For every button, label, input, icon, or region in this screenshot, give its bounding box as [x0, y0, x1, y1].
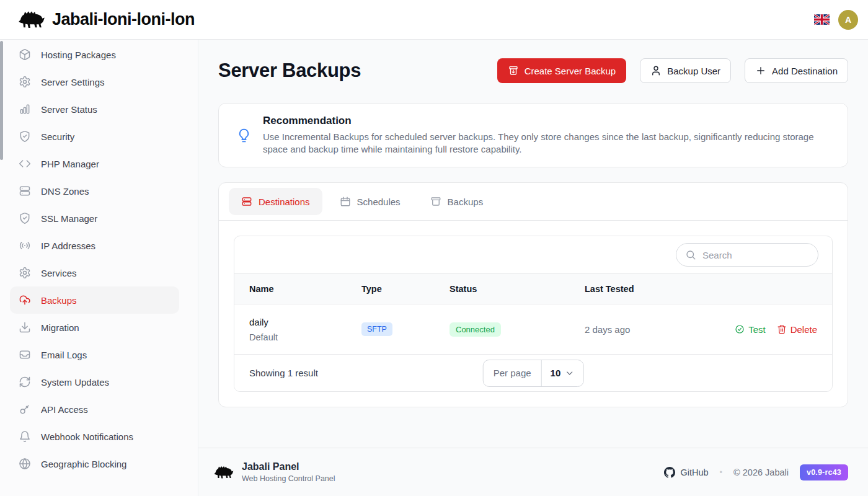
inbox-icon: [19, 348, 31, 361]
github-link[interactable]: GitHub: [664, 467, 708, 478]
tab-backups[interactable]: Backups: [418, 188, 496, 215]
status-badge: Connected: [450, 322, 501, 337]
plus-icon: [755, 65, 766, 76]
trash-icon: [777, 324, 787, 334]
create-server-backup-label: Create Server Backup: [525, 66, 616, 76]
brand-title: Jabali-loni-loni-lon: [52, 10, 195, 29]
sidebar-item-label: SSL Manager: [41, 213, 97, 224]
bell-icon: [19, 430, 31, 443]
sidebar-item-migration[interactable]: Migration: [10, 314, 179, 341]
destination-name: daily: [249, 317, 361, 327]
sidebar-item-dns-zones[interactable]: DNS Zones: [10, 177, 179, 205]
destinations-table-container: Name Type Status Last Tested daily Defau…: [234, 236, 833, 392]
sidebar-item-services[interactable]: Services: [10, 259, 179, 286]
sidebar-item-system-updates[interactable]: System Updates: [10, 368, 179, 396]
type-badge: SFTP: [361, 322, 392, 336]
sidebar-item-label: Server Settings: [41, 77, 105, 87]
search-input[interactable]: [702, 250, 809, 260]
copyright: © 2026 Jabali: [733, 467, 789, 477]
sidebar-item-label: Services: [41, 268, 77, 278]
backup-user-label: Backup User: [667, 66, 720, 76]
column-header-status: Status: [450, 284, 585, 294]
sidebar-item-backups[interactable]: Backups: [10, 286, 179, 314]
per-page-select[interactable]: Per page 10: [483, 360, 584, 387]
table-header-row: Name Type Status Last Tested: [234, 273, 832, 304]
sidebar-item-api-access[interactable]: API Access: [10, 396, 179, 423]
last-tested-value: 2 days ago: [585, 324, 735, 335]
github-icon: [664, 467, 675, 478]
sidebar-item-label: Server Status: [41, 104, 97, 115]
package-icon: [19, 48, 31, 61]
key-icon: [19, 403, 31, 415]
sidebar-item-security[interactable]: Security: [10, 123, 179, 150]
backup-user-button[interactable]: Backup User: [640, 58, 731, 83]
recommendation-title: Recommendation: [263, 115, 816, 127]
sidebar-item-label: PHP Manager: [41, 159, 99, 169]
lightbulb-icon: [236, 128, 252, 143]
page-title: Server Backups: [218, 60, 361, 82]
settings-icon: [19, 76, 31, 88]
shield-check-icon: [19, 212, 31, 224]
sidebar-item-ip-addresses[interactable]: IP Addresses: [10, 232, 179, 259]
footer-tagline: Web Hosting Control Panel: [242, 474, 335, 483]
sidebar-item-server-status[interactable]: Server Status: [10, 95, 179, 123]
sidebar-scrollbar[interactable]: [0, 41, 3, 160]
add-destination-button[interactable]: Add Destination: [745, 58, 848, 83]
check-circle-icon: [735, 324, 745, 334]
tab-destinations[interactable]: Destinations: [229, 188, 322, 215]
column-header-last-tested: Last Tested: [585, 284, 817, 294]
create-server-backup-button[interactable]: Create Server Backup: [497, 58, 627, 83]
recommendation-body: Use Incremental Backups for scheduled se…: [263, 131, 816, 156]
top-bar: Jabali-loni-loni-lon A: [0, 0, 868, 40]
sidebar-item-webhook-notifications[interactable]: Webhook Notifications: [10, 423, 179, 450]
sidebar-item-label: Webhook Notifications: [41, 432, 133, 442]
user-avatar[interactable]: A: [838, 10, 858, 30]
version-badge: v0.9-rc43: [800, 464, 848, 480]
sidebar-item-geographic-blocking[interactable]: Geographic Blocking: [10, 450, 179, 477]
sidebar-item-ssl-manager[interactable]: SSL Manager: [10, 205, 179, 232]
broadcast-icon: [19, 239, 31, 252]
sidebar: Hosting PackagesServer SettingsServer St…: [0, 40, 198, 496]
tab-label: Schedules: [357, 197, 401, 207]
tab-bar: DestinationsSchedulesBackups: [219, 183, 848, 221]
chevron-down-icon: [564, 368, 574, 378]
user-icon: [650, 65, 662, 76]
code-icon: [19, 157, 31, 170]
destination-subtitle: Default: [249, 332, 361, 342]
backups-panel: DestinationsSchedulesBackups Name Type: [218, 182, 848, 407]
sidebar-item-label: Migration: [41, 322, 79, 333]
results-summary: Showing 1 result: [249, 368, 318, 378]
search-icon: [685, 249, 696, 260]
sidebar-item-label: System Updates: [41, 377, 109, 388]
uk-flag-icon[interactable]: [814, 14, 830, 25]
recommendation-card: Recommendation Use Incremental Backups f…: [218, 103, 848, 167]
download-icon: [19, 321, 31, 334]
table-footer: Showing 1 result Per page 10: [234, 354, 832, 391]
sidebar-item-label: Backups: [41, 295, 77, 306]
sidebar-item-php-manager[interactable]: PHP Manager: [10, 150, 179, 177]
archive-down-icon: [508, 65, 519, 76]
delete-button-label: Delete: [790, 324, 817, 335]
sidebar-item-hosting-packages[interactable]: Hosting Packages: [10, 41, 179, 68]
github-label: GitHub: [680, 467, 708, 477]
search-box: [676, 243, 818, 267]
bar-chart-icon: [19, 103, 31, 115]
sidebar-item-label: DNS Zones: [41, 186, 89, 197]
delete-button[interactable]: Delete: [777, 324, 817, 335]
per-page-label: Per page: [484, 360, 542, 386]
main-area: Server Backups Create Server Backup Back…: [198, 40, 868, 496]
cloud-upload-icon: [19, 294, 31, 306]
column-header-name: Name: [249, 284, 361, 294]
footer-brand: Jabali Panel: [242, 461, 335, 472]
tab-schedules[interactable]: Schedules: [327, 188, 413, 215]
footer-separator: •: [720, 467, 723, 477]
sidebar-item-email-logs[interactable]: Email Logs: [10, 341, 179, 368]
test-button[interactable]: Test: [735, 324, 766, 335]
per-page-value: 10: [551, 368, 561, 378]
sidebar-item-label: API Access: [41, 404, 88, 415]
server-stack-icon: [19, 185, 31, 197]
sidebar-item-server-settings[interactable]: Server Settings: [10, 68, 179, 95]
sidebar-item-label: Hosting Packages: [41, 50, 116, 60]
sidebar-item-label: IP Addresses: [41, 241, 95, 251]
add-destination-label: Add Destination: [772, 66, 838, 76]
